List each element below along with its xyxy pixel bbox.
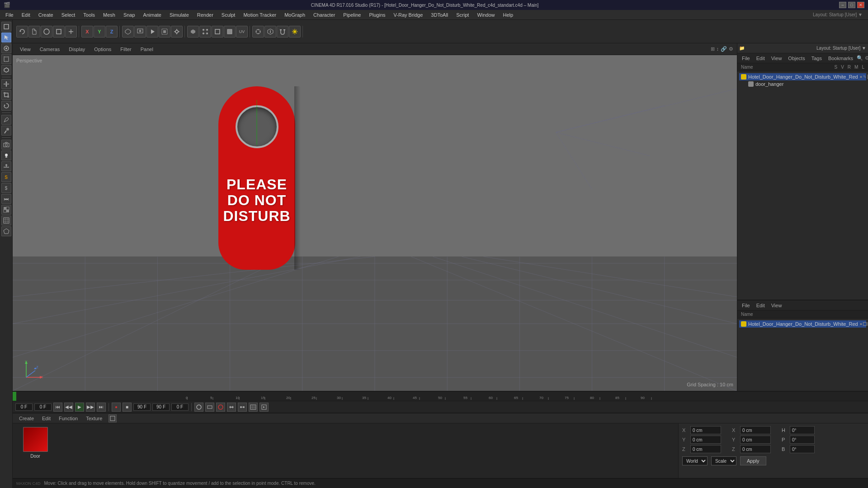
menu-vray[interactable]: V-Ray Bridge (390, 11, 427, 19)
menu-file[interactable]: File (2, 11, 17, 19)
tb-add[interactable] (65, 26, 77, 38)
tool-paint[interactable] (1, 126, 11, 136)
tool-rotate[interactable] (1, 101, 11, 111)
viewport[interactable]: View Cameras Display Options Filter Pane… (13, 43, 737, 391)
coord-y-pos[interactable] (690, 436, 721, 444)
coord-z-pos[interactable] (690, 445, 721, 453)
frame-current-input[interactable] (34, 404, 52, 411)
tb-magnet[interactable] (277, 26, 288, 38)
transport-next-key[interactable]: ▶▶ (86, 403, 95, 412)
bm-create[interactable]: Create (15, 415, 38, 422)
tool-camera[interactable] (1, 140, 11, 150)
tb-x-axis[interactable]: X (81, 26, 93, 38)
tb-point-mode[interactable] (199, 26, 211, 38)
transport-btn-1[interactable] (194, 403, 203, 412)
tool-model-mode[interactable] (1, 22, 11, 32)
om-menu-tags[interactable]: Tags (809, 55, 825, 62)
tool-move[interactable] (1, 79, 11, 89)
menu-mesh[interactable]: Mesh (99, 11, 119, 19)
transport-btn-5[interactable] (238, 403, 247, 412)
menu-motion-tracker[interactable]: Motion Tracker (240, 11, 280, 19)
menu-tools[interactable]: Tools (80, 11, 99, 19)
vp-tab-panel[interactable]: Panel (137, 46, 157, 53)
menu-help[interactable]: Help (500, 11, 517, 19)
om-icon-1[interactable]: 🔍 (857, 55, 863, 61)
menu-mograph[interactable]: MoGraph (281, 11, 309, 19)
coord-h-val[interactable] (790, 426, 815, 434)
tb-undo[interactable] (16, 26, 28, 38)
bm-icon-1[interactable] (108, 414, 117, 422)
tool-scale[interactable] (1, 90, 11, 100)
tb-new[interactable] (28, 26, 40, 38)
tool-select[interactable] (1, 33, 11, 42)
tb-snap-settings[interactable] (264, 26, 276, 38)
tb-circle-tool[interactable] (41, 26, 52, 38)
vp-tab-cameras[interactable]: Cameras (36, 46, 64, 53)
transport-btn-3[interactable] (216, 403, 225, 412)
tool-dollar[interactable]: $ (1, 183, 11, 193)
om-menu-file[interactable]: File (739, 55, 753, 62)
om-menu-objects[interactable]: Objects (785, 55, 807, 62)
coord-world-select[interactable]: World (682, 456, 708, 465)
om-row-1[interactable]: Hotel_Door_Hanger_Do_Not_Disturb_White_R… (739, 73, 866, 80)
vp-icon-settings[interactable]: ⚙ (729, 46, 733, 52)
tool-s[interactable]: S (1, 172, 11, 182)
tool-live-selection[interactable] (1, 43, 11, 53)
menu-plugins[interactable]: Plugins (365, 11, 389, 19)
tool-polygon[interactable] (1, 226, 11, 236)
tool-pen[interactable] (1, 115, 11, 125)
tool-floor[interactable] (1, 161, 11, 171)
tb-render-settings[interactable] (171, 26, 183, 38)
maximize-button[interactable]: □ (848, 2, 855, 8)
mm-row-1[interactable]: Hotel_Door_Hanger_Do_Not_Disturb_White_R… (739, 320, 866, 328)
tb-uvw-mode[interactable]: UV (236, 26, 248, 38)
coord-apply-button[interactable]: Apply (740, 456, 766, 465)
om-menu-view[interactable]: View (769, 55, 785, 62)
coord-x-pos[interactable] (690, 426, 721, 434)
menu-animate[interactable]: Animate (140, 11, 165, 19)
menu-render[interactable]: Render (193, 11, 217, 19)
tool-twist[interactable] (1, 194, 11, 204)
menu-snap[interactable]: Snap (120, 11, 139, 19)
om-menu-bookmarks[interactable]: Bookmarks (826, 55, 856, 62)
coord-b-val[interactable] (790, 445, 815, 453)
transport-goto-start[interactable]: ⏮ (53, 403, 62, 412)
menu-pipeline[interactable]: Pipeline (340, 11, 364, 19)
mm-menu-edit[interactable]: Edit (754, 302, 768, 309)
bm-texture[interactable]: Texture (82, 415, 106, 422)
tb-object[interactable] (122, 26, 134, 38)
bm-edit[interactable]: Edit (38, 415, 54, 422)
transport-btn-2[interactable] (205, 403, 214, 412)
vp-tab-filter[interactable]: Filter (117, 46, 135, 53)
tb-snap[interactable] (252, 26, 264, 38)
tb-object-mode[interactable] (187, 26, 199, 38)
coord-scale-select[interactable]: Scale (711, 456, 736, 465)
transport-play[interactable]: ▶ (75, 403, 84, 412)
menu-select[interactable]: Select (58, 11, 79, 19)
om-menu-edit[interactable]: Edit (754, 55, 768, 62)
frame-end-input[interactable] (133, 404, 151, 411)
menu-simulate[interactable]: Simulate (166, 11, 193, 19)
tb-y-axis[interactable]: Y (94, 26, 105, 38)
tb-render2[interactable] (146, 26, 158, 38)
tool-grid-material[interactable] (1, 216, 11, 225)
transport-prev-key[interactable]: ◀◀ (64, 403, 73, 412)
bm-function[interactable]: Function (55, 415, 81, 422)
menu-3dtoall[interactable]: 3DToAll (427, 11, 452, 19)
tool-light[interactable] (1, 150, 11, 160)
om-row-2[interactable]: door_hanger (739, 80, 866, 88)
transport-record[interactable]: ● (112, 403, 121, 412)
frame-start-input[interactable] (15, 404, 33, 411)
vp-icon-link[interactable]: 🔗 (721, 46, 727, 52)
door-hanger-object[interactable]: PLEASE DO NOT DISTURB (212, 86, 302, 270)
vp-tab-display[interactable]: Display (65, 46, 89, 53)
transport-goto-end[interactable]: ⏭ (97, 403, 106, 412)
menu-character[interactable]: Character (310, 11, 339, 19)
tb-poly-mode[interactable] (224, 26, 236, 38)
tb-render[interactable] (134, 26, 146, 38)
transport-btn-6[interactable] (249, 403, 258, 412)
tb-render-region[interactable] (159, 26, 170, 38)
minimize-button[interactable]: – (839, 2, 846, 8)
frame-end-input2[interactable] (152, 404, 170, 411)
vp-icon-expand[interactable]: ⊞ (711, 46, 715, 52)
